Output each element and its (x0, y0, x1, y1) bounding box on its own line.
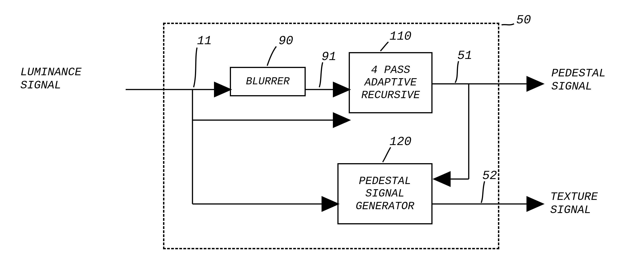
ref-blurrer: 90 (278, 34, 293, 48)
block-blurrer-label: BLURRER (246, 76, 290, 88)
ref-pedestal-out: 51 (458, 49, 472, 63)
block-adaptive: 4 PASS ADAPTIVE RECURSIVE (349, 52, 432, 113)
block-pedgen-label: PEDESTAL SIGNAL GENERATOR (342, 175, 427, 212)
block-blurrer: BLURRER (230, 67, 306, 96)
input-luminance-label: LUMINANCE SIGNAL (20, 66, 82, 92)
ref-pedgen: 120 (390, 135, 412, 149)
output-pedestal-label: PEDESTAL SIGNAL (552, 67, 606, 93)
output-texture-label: TEXTURE SIGNAL (550, 190, 598, 216)
block-pedgen: PEDESTAL SIGNAL GENERATOR (338, 163, 432, 224)
ref-adaptive: 110 (390, 30, 412, 43)
block-adaptive-label: 4 PASS ADAPTIVE RECURSIVE (354, 64, 427, 102)
diagram-canvas: BLURRER 4 PASS ADAPTIVE RECURSIVE PEDEST… (0, 0, 644, 269)
ref-luminance-wire: 11 (197, 34, 212, 48)
ref-texture-out: 52 (482, 169, 497, 183)
ref-module: 50 (516, 13, 531, 27)
ref-blur-out: 91 (322, 50, 336, 64)
